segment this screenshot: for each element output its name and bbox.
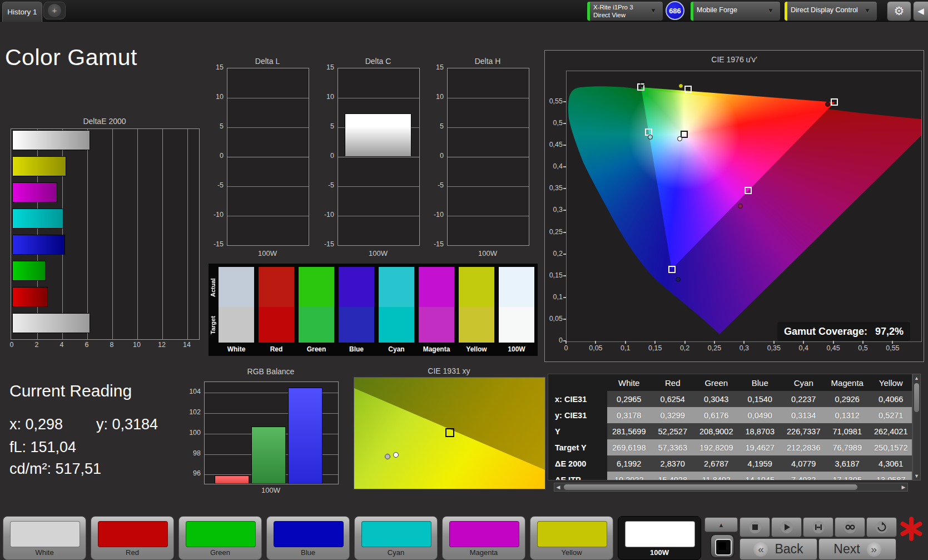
measured-marker-yellow	[678, 83, 683, 88]
deltae-bar-magenta	[12, 182, 57, 202]
reading-cdm2: cd/m²: 517,51	[9, 460, 101, 478]
delta-y-tick: 10	[316, 93, 334, 101]
gear-icon: ⚙	[894, 4, 905, 18]
scrollbar-thumb[interactable]	[564, 484, 857, 490]
tick-mark	[563, 319, 566, 320]
table-cell: 10,2022	[607, 472, 651, 480]
step-range-button[interactable]	[803, 517, 833, 537]
actual-swatch	[299, 267, 334, 307]
delta-y-tick: -15	[206, 240, 224, 248]
loop-button[interactable]	[835, 517, 865, 537]
deltae-chart	[11, 128, 200, 340]
rgb-balance-x-label: 100W	[204, 486, 338, 494]
swatch-column-red: Red	[259, 264, 294, 356]
scroll-up-icon[interactable]: ▲	[913, 374, 920, 382]
gamut-coverage-readout: Gamut Coverage: 97,2%	[777, 322, 910, 341]
table-vertical-scrollbar[interactable]: ▲ ▼	[912, 374, 921, 480]
tick-mark	[684, 341, 686, 344]
cie1931-measured-marker	[393, 452, 399, 458]
delta-y-tick: -5	[206, 181, 224, 189]
meter-dropdown[interactable]: X-Rite i1Pro 3Direct View ▼	[587, 1, 663, 21]
display-control-dropdown[interactable]: Direct Display Control ▼	[784, 1, 877, 21]
actual-swatch	[259, 267, 294, 307]
settings-button[interactable]: ⚙	[887, 1, 911, 21]
delta-y-tick: -10	[426, 211, 444, 219]
table-cell: 6,1992	[607, 455, 651, 472]
gridline	[187, 129, 188, 339]
gridline	[162, 129, 163, 339]
table-header-cell: Cyan	[782, 374, 826, 391]
table-cell: 0,3178	[607, 407, 651, 423]
scroll-right-icon[interactable]: ▶	[900, 483, 907, 491]
table-horizontal-scrollbar[interactable]: ◀ ▶	[554, 483, 908, 492]
new-tab-button[interactable]: +	[43, 2, 66, 19]
double-chevron-left-icon: «	[753, 542, 768, 557]
delta-x-label: 100W	[227, 249, 308, 257]
pattern-window-raise-button[interactable]: ▲	[704, 517, 738, 532]
swatch-column-100w: 100W	[499, 264, 534, 356]
refresh-button[interactable]	[866, 517, 897, 537]
rgb-balance-title: RGB Balance	[204, 367, 338, 376]
table-cell: 15,4028	[651, 472, 695, 480]
cie-x-tick: 0,1	[614, 344, 637, 352]
table-cell: 57,3363	[651, 439, 695, 455]
swatch-label: 100W	[494, 345, 539, 353]
cie-y-tick: 0,2	[545, 250, 563, 257]
tick-mark	[595, 341, 596, 344]
delta-h-chart	[447, 68, 529, 246]
deltae-x-tick: 10	[130, 341, 143, 349]
back-button[interactable]: « Back	[740, 538, 817, 560]
cie-x-tick: 0,35	[763, 344, 785, 352]
pattern-button-red[interactable]: Red	[91, 516, 174, 560]
row-label: Target Y	[548, 439, 607, 455]
pattern-button-yellow[interactable]: Yellow	[530, 516, 613, 560]
deltae-bar-red	[12, 287, 48, 307]
pattern-window-button[interactable]	[710, 534, 735, 558]
deltae-bar-green	[12, 261, 46, 281]
pattern-button-blue[interactable]: Blue	[266, 516, 350, 560]
tick-mark	[773, 341, 775, 344]
scrollbar-thumb[interactable]	[914, 383, 919, 412]
pattern-button-white[interactable]: White	[3, 516, 86, 560]
table-cell: 0,3299	[651, 407, 695, 423]
cie-y-tick: 0,5	[545, 119, 563, 127]
play-button[interactable]	[771, 517, 802, 537]
pattern-button-cyan[interactable]: Cyan	[354, 516, 438, 560]
target-swatch	[459, 307, 494, 343]
stop-button[interactable]	[740, 517, 770, 537]
cie-y-tick: 0,35	[545, 184, 563, 192]
tick-mark	[563, 232, 566, 233]
reading-fl: fL: 151,04	[9, 439, 76, 456]
next-button[interactable]: Next »	[818, 538, 896, 560]
delta-chart-title: Delta L	[227, 57, 308, 66]
cie-y-tick: 0,15	[545, 271, 563, 279]
meter-label: X-Rite i1Pro 3Direct View	[593, 3, 633, 19]
target-marker-magenta	[745, 187, 752, 194]
tab-history-1[interactable]: History 1	[2, 2, 42, 22]
swatch-label: Cyan	[374, 345, 419, 353]
page-title: Color Gamut	[5, 44, 137, 71]
pattern-label: 100W	[618, 548, 701, 557]
table-cell: 3,6187	[826, 455, 870, 472]
pattern-button-magenta[interactable]: Magenta	[442, 516, 525, 560]
pattern-swatch	[625, 521, 695, 547]
pattern-button-green[interactable]: Green	[178, 516, 262, 560]
cie-y-tick: 0	[545, 336, 563, 344]
source-dropdown[interactable]: Mobile Forge ▼	[690, 1, 781, 21]
pattern-button-100w[interactable]: 100W	[618, 516, 701, 560]
row-label: Y	[548, 423, 607, 439]
gridline	[448, 186, 529, 187]
swatch-strip: ActualTargetWhiteRedGreenBlueCyanMagenta…	[209, 264, 538, 356]
scroll-left-icon[interactable]: ◀	[554, 483, 562, 491]
target-swatch	[499, 307, 534, 343]
target-swatch	[259, 307, 294, 343]
collapse-panel-button[interactable]: ◀	[913, 1, 928, 21]
gridline	[227, 216, 309, 216]
table-cell: 262,4021	[869, 423, 912, 439]
delta-y-tick: 5	[316, 122, 334, 130]
reading-x: x: 0,298	[9, 416, 63, 433]
cie-y-tick: 0,1	[545, 293, 563, 301]
scroll-down-icon[interactable]: ▼	[913, 472, 920, 480]
table-cell: 19,4627	[738, 439, 782, 455]
deltae-x-tick: 2	[30, 341, 43, 349]
